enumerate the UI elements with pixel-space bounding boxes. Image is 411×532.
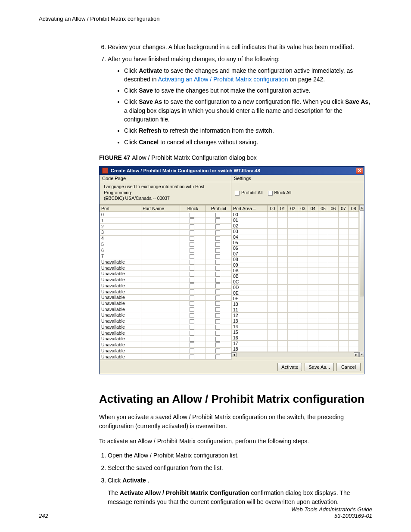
matrix-cell[interactable]: [277, 223, 288, 228]
matrix-cell[interactable]: [308, 340, 318, 346]
matrix-cell[interactable]: [268, 273, 278, 279]
matrix-cell[interactable]: [318, 256, 328, 262]
matrix-cell[interactable]: [268, 212, 278, 217]
matrix-cell[interactable]: [268, 217, 278, 223]
matrix-cell[interactable]: [349, 296, 359, 301]
matrix-cell[interactable]: [288, 234, 298, 240]
matrix-cell[interactable]: [277, 251, 288, 256]
scroll-down-icon[interactable]: ▾: [359, 352, 364, 357]
table-row[interactable]: 01: [232, 217, 359, 223]
matrix-cell[interactable]: [328, 312, 339, 318]
table-row[interactable]: 05: [232, 240, 359, 245]
matrix-cell[interactable]: [338, 256, 349, 262]
matrix-cell[interactable]: [328, 228, 339, 234]
matrix-cell[interactable]: [308, 223, 318, 228]
matrix-cell[interactable]: [308, 296, 318, 301]
cell-prohibit-checkbox[interactable]: [206, 342, 232, 348]
table-row[interactable]: Unavailable: [100, 300, 232, 306]
matrix-cell[interactable]: [268, 324, 278, 329]
matrix-cell[interactable]: [288, 340, 298, 346]
table-row[interactable]: 00: [232, 212, 359, 217]
table-row[interactable]: Unavailable: [100, 312, 232, 318]
prohibit-all-checkbox[interactable]: Prohibit All: [235, 190, 263, 196]
matrix-cell[interactable]: [338, 251, 349, 256]
matrix-cell[interactable]: [338, 312, 349, 318]
matrix-cell[interactable]: [268, 284, 278, 290]
cell-block-checkbox[interactable]: [180, 212, 206, 218]
cell-prohibit-checkbox[interactable]: [206, 224, 232, 230]
matrix-cell[interactable]: [308, 256, 318, 262]
matrix-cell[interactable]: [328, 335, 339, 340]
cell-block-checkbox[interactable]: [180, 277, 206, 283]
matrix-cell[interactable]: [328, 240, 339, 245]
matrix-cell[interactable]: [318, 212, 328, 217]
matrix-cell[interactable]: [349, 256, 359, 262]
matrix-cell[interactable]: [349, 212, 359, 217]
scroll-right-icon[interactable]: ▸: [354, 352, 359, 357]
col-header-area[interactable]: 02: [288, 205, 298, 212]
matrix-cell[interactable]: [318, 284, 328, 290]
matrix-cell[interactable]: [349, 307, 359, 312]
cell-block-checkbox[interactable]: [180, 247, 206, 253]
matrix-cell[interactable]: [288, 256, 298, 262]
matrix-cell[interactable]: [288, 284, 298, 290]
matrix-cell[interactable]: [328, 279, 339, 284]
matrix-cell[interactable]: [328, 296, 339, 301]
matrix-cell[interactable]: [298, 268, 308, 273]
table-row[interactable]: Unavailable: [100, 283, 232, 289]
matrix-cell[interactable]: [318, 329, 328, 335]
col-header-block[interactable]: Block: [180, 205, 206, 212]
cell-block-checkbox[interactable]: [180, 324, 206, 330]
matrix-cell[interactable]: [338, 296, 349, 301]
matrix-cell[interactable]: [338, 245, 349, 251]
matrix-cell[interactable]: [349, 245, 359, 251]
matrix-cell[interactable]: [277, 212, 288, 217]
table-row[interactable]: Unavailable: [100, 348, 232, 354]
matrix-cell[interactable]: [298, 307, 308, 312]
matrix-cell[interactable]: [298, 290, 308, 296]
table-row[interactable]: 0A: [232, 268, 359, 273]
matrix-cell[interactable]: [328, 262, 339, 268]
cell-prohibit-checkbox[interactable]: [206, 289, 232, 295]
matrix-cell[interactable]: [338, 223, 349, 228]
matrix-cell[interactable]: [349, 318, 359, 324]
table-row[interactable]: Unavailable: [100, 336, 232, 342]
matrix-cell[interactable]: [298, 296, 308, 301]
cell-prohibit-checkbox[interactable]: [206, 230, 232, 236]
matrix-cell[interactable]: [308, 307, 318, 312]
matrix-cell[interactable]: [338, 340, 349, 346]
matrix-cell[interactable]: [277, 335, 288, 340]
matrix-cell[interactable]: [328, 340, 339, 346]
table-row[interactable]: Unavailable: [100, 318, 232, 324]
matrix-cell[interactable]: [268, 301, 278, 307]
matrix-cell[interactable]: [338, 212, 349, 217]
cell-block-checkbox[interactable]: [180, 306, 206, 312]
matrix-cell[interactable]: [318, 234, 328, 240]
matrix-cell[interactable]: [268, 318, 278, 324]
matrix-cell[interactable]: [298, 245, 308, 251]
cell-prohibit-checkbox[interactable]: [206, 271, 232, 277]
table-row[interactable]: Unavailable: [100, 271, 232, 277]
matrix-cell[interactable]: [288, 273, 298, 279]
matrix-cell[interactable]: [268, 340, 278, 346]
matrix-cell[interactable]: [288, 228, 298, 234]
matrix-cell[interactable]: [277, 262, 288, 268]
cell-prohibit-checkbox[interactable]: [206, 241, 232, 247]
matrix-cell[interactable]: [288, 307, 298, 312]
col-header-area[interactable]: 07: [338, 205, 349, 212]
matrix-cell[interactable]: [268, 251, 278, 256]
matrix-cell[interactable]: [328, 251, 339, 256]
matrix-cell[interactable]: [349, 251, 359, 256]
matrix-cell[interactable]: [328, 268, 339, 273]
table-row[interactable]: 0B: [232, 273, 359, 279]
matrix-cell[interactable]: [338, 234, 349, 240]
cell-prohibit-checkbox[interactable]: [206, 212, 232, 218]
matrix-cell[interactable]: [308, 217, 318, 223]
activate-button[interactable]: Activate: [277, 363, 302, 371]
table-row[interactable]: Unavailable: [100, 289, 232, 295]
cell-block-checkbox[interactable]: [180, 265, 206, 271]
col-header-area[interactable]: 01: [277, 205, 288, 212]
matrix-cell[interactable]: [349, 346, 359, 352]
matrix-cell[interactable]: [298, 251, 308, 256]
cell-prohibit-checkbox[interactable]: [206, 218, 232, 224]
